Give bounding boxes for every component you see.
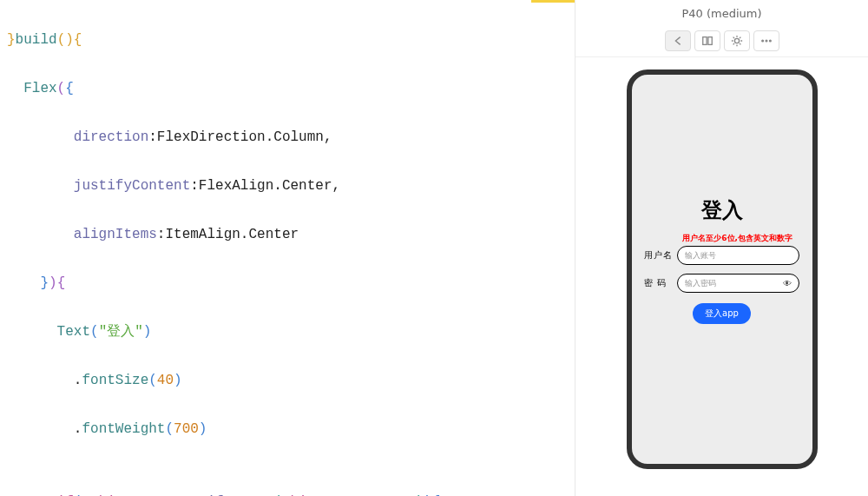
password-row: 密 码 输入密码 👁 <box>644 274 799 293</box>
username-row: 用户名 输入账号 <box>644 246 799 265</box>
svg-rect-0 <box>702 37 706 45</box>
validation-hint: 用户名至少6位,包含英文和数字 <box>682 233 792 244</box>
back-icon <box>672 35 684 47</box>
login-title: 登入 <box>701 196 743 224</box>
editor-top-marker <box>531 0 575 3</box>
preview-pane: P40 (medium) 登入 pad 用户名至少6位,包含英文和数字 <box>575 0 868 496</box>
more-icon <box>760 35 773 47</box>
login-button[interactable]: 登入app <box>693 303 751 324</box>
preview-toolbar <box>575 25 868 57</box>
username-input[interactable]: 输入账号 <box>677 246 799 265</box>
svg-point-2 <box>734 38 739 43</box>
phone-frame: 登入 pad 用户名至少6位,包含英文和数字 用户名 输入账号 密 码 输入密码… <box>627 69 818 469</box>
back-button[interactable] <box>665 30 691 51</box>
device-label: P40 (medium) <box>681 7 761 20</box>
phone-screen: 登入 pad 用户名至少6位,包含英文和数字 用户名 输入账号 密 码 输入密码… <box>632 75 812 464</box>
sun-icon <box>731 35 743 47</box>
svg-rect-1 <box>707 37 711 45</box>
more-button[interactable] <box>753 30 779 51</box>
svg-point-4 <box>766 40 767 42</box>
password-label: 密 码 <box>644 277 674 289</box>
layout-icon <box>701 35 713 47</box>
eye-icon[interactable]: 👁 <box>783 279 792 288</box>
hint-row: pad 用户名至少6位,包含英文和数字 <box>649 233 793 244</box>
password-input[interactable]: 输入密码 👁 <box>677 274 799 293</box>
svg-point-5 <box>769 40 771 42</box>
preview-header: P40 (medium) <box>575 7 868 57</box>
username-label: 用户名 <box>644 249 674 261</box>
theme-button[interactable] <box>724 30 750 51</box>
code-editor[interactable]: }build(){ Flex({ direction:FlexDirection… <box>0 0 575 496</box>
layout-button[interactable] <box>694 30 720 51</box>
svg-point-3 <box>761 40 763 42</box>
